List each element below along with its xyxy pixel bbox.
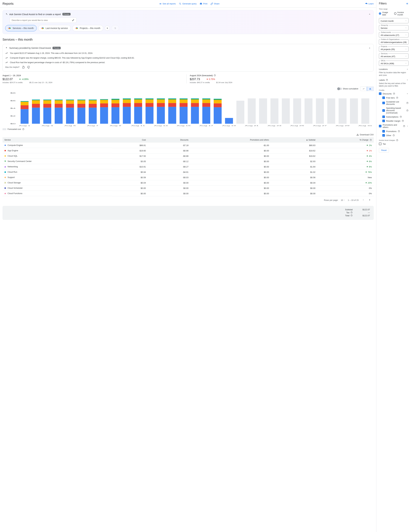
help-icon[interactable] xyxy=(350,211,353,214)
checkbox-reseller[interactable]: Reseller margin xyxy=(382,120,409,122)
table-row[interactable]: Security Command Center$3.05-$0.12$0.00$… xyxy=(2,159,374,164)
line-view-button[interactable] xyxy=(360,87,367,91)
dropdown-icon xyxy=(405,20,407,22)
checkbox-subscriptions[interactable]: Subscriptions xyxy=(382,115,409,118)
help-icon[interactable] xyxy=(22,128,24,130)
chip-overflow[interactable]: S xyxy=(112,25,119,31)
svg-rect-92 xyxy=(179,107,187,124)
chip-projects-this-month[interactable]: Projects – this month xyxy=(72,25,103,31)
col-service[interactable]: Service xyxy=(2,137,112,143)
svg-rect-49 xyxy=(77,100,85,104)
col-discounts[interactable]: Discounts xyxy=(148,137,190,143)
chip-last-invoice[interactable]: Last invoice by service xyxy=(38,25,71,31)
prev-page-button[interactable] xyxy=(361,198,365,202)
svg-rect-108 xyxy=(214,103,222,107)
table-row[interactable]: Support$0.59-$0.03$0.00$0.56New xyxy=(2,175,374,180)
summary-insight: Cloud Run had the largest percentage cha… xyxy=(5,61,371,64)
table-row[interactable]: Networking$10.91-$9.27$0.00$1.646% xyxy=(2,164,374,169)
reset-button[interactable]: Reset xyxy=(379,148,389,152)
help-icon[interactable] xyxy=(400,116,402,118)
share-link[interactable]: Share xyxy=(211,2,220,5)
chevron-up-icon[interactable] xyxy=(406,125,409,127)
thumbs-down-button[interactable] xyxy=(27,66,30,69)
checkbox-promotions-others[interactable]: Promotions and others xyxy=(379,124,409,128)
svg-rect-60 xyxy=(100,99,108,100)
help-icon[interactable] xyxy=(214,74,216,76)
help-icon[interactable] xyxy=(406,102,409,104)
svg-rect-106 xyxy=(202,98,210,99)
labels-expand[interactable]: Labels xyxy=(379,79,409,81)
chip-services-this-month[interactable]: Services – this month xyxy=(5,25,37,31)
help-icon[interactable] xyxy=(396,139,398,141)
locations-expand[interactable]: Locations xyxy=(379,68,409,70)
col-subtotal[interactable]: Subtotal xyxy=(271,137,317,143)
svg-text:Aug 17: Aug 17 xyxy=(199,125,213,126)
services-select[interactable]: Services All services (47) xyxy=(379,54,409,59)
checkbox-sustained[interactable]: Sustained use discounts xyxy=(382,101,409,105)
help-icon[interactable] xyxy=(402,120,404,122)
svg-rect-50 xyxy=(77,100,85,100)
svg-rect-83 xyxy=(157,103,165,107)
help-icon[interactable] xyxy=(403,125,405,127)
generate-query-link[interactable]: Generate query xyxy=(179,2,196,5)
edit-icon[interactable] xyxy=(72,19,75,21)
next-page-button[interactable] xyxy=(368,198,372,202)
help-icon[interactable] xyxy=(350,214,353,217)
collapse-panel-icon[interactable] xyxy=(405,2,409,5)
thumbs-up-button[interactable] xyxy=(22,66,25,69)
table-row[interactable]: Cloud Run$5.94-$4.91$0.00$1.0276% xyxy=(2,169,374,175)
help-icon[interactable] xyxy=(386,79,388,81)
svg-rect-84 xyxy=(157,99,165,103)
folders-select[interactable]: Folders & Organizations All folders/orga… xyxy=(379,39,409,45)
learn-icon xyxy=(365,2,368,5)
chevron-up-icon[interactable] xyxy=(368,47,371,49)
checkbox-free-tiers[interactable]: Free tiers xyxy=(382,96,409,99)
table-row[interactable]: App Engine$19.60-$0.98$0.00$18.621% xyxy=(2,148,374,153)
help-icon[interactable] xyxy=(406,109,409,112)
print-link[interactable]: Print xyxy=(200,2,207,5)
table-row[interactable]: Compute Engine$88.81-$7.18-$1.00$80.632% xyxy=(2,142,374,148)
gemini-input-container[interactable] xyxy=(9,18,76,23)
dropdown-icon xyxy=(405,63,407,64)
svg-rect-116 xyxy=(271,98,279,124)
table-row[interactable]: Cloud Storage$0.04$0.00$0.00$0.0420% xyxy=(2,180,374,185)
learn-link[interactable]: Learn xyxy=(365,2,374,5)
checkbox-spending[interactable]: Spending based discounts (contractual) xyxy=(382,107,409,114)
svg-rect-75 xyxy=(134,99,142,99)
radio-invoice-month[interactable]: Invoice month xyxy=(394,11,409,16)
svg-rect-51 xyxy=(77,99,85,100)
help-icon[interactable] xyxy=(393,93,395,95)
download-csv-button[interactable]: Download CSV xyxy=(2,133,374,136)
checkbox-tax[interactable]: Tax xyxy=(379,142,409,145)
bar-view-button[interactable] xyxy=(367,86,374,91)
gemini-prompt-input[interactable] xyxy=(12,19,72,21)
see-all-reports-link[interactable]: See all reports xyxy=(159,2,176,5)
group-by-select[interactable]: Group by Service xyxy=(379,25,409,30)
subaccounts-select[interactable]: Subaccounts All subaccounts (27) xyxy=(379,32,409,38)
help-icon[interactable] xyxy=(398,130,400,132)
chevron-up-icon[interactable] xyxy=(406,93,409,95)
projects-select[interactable]: Projects All projects (55) xyxy=(379,47,409,52)
radio-usage-date[interactable]: Usage date xyxy=(379,11,391,16)
bar-chart-icon xyxy=(369,88,372,90)
help-icon[interactable] xyxy=(396,97,398,99)
table-row[interactable]: Cloud Functions$0.00$0.00$0.00$0.000% xyxy=(2,191,374,196)
checkbox-other[interactable]: Other xyxy=(382,134,409,137)
chips-next-button[interactable] xyxy=(105,26,110,31)
table-row[interactable]: Cloud SQL$17.50-$0.88$0.00$16.624% xyxy=(2,153,374,159)
page-heading: Reports xyxy=(2,2,14,6)
col-promotions[interactable]: Promotions and others xyxy=(190,137,271,143)
help-icon[interactable] xyxy=(370,139,372,141)
help-icon[interactable] xyxy=(392,134,395,136)
rows-per-page-select[interactable]: 10 xyxy=(341,199,345,201)
checkbox-discounts[interactable]: Discounts xyxy=(379,92,409,95)
col-change[interactable]: % Change xyxy=(317,137,374,143)
col-cost[interactable]: Cost xyxy=(112,137,148,143)
chevron-up-icon[interactable] xyxy=(368,13,371,16)
skus-select[interactable]: SKUs All SKUs (408) xyxy=(379,61,409,66)
table-row[interactable]: Cloud Scheduler$0.00$0.00$0.00$0.000% xyxy=(2,185,374,191)
time-range-select[interactable]: Current month xyxy=(379,18,409,23)
suggestion-chips: Services – this month Last invoice by se… xyxy=(5,25,371,31)
checkbox-promotions[interactable]: Promotions xyxy=(382,130,409,133)
cumulative-toggle[interactable]: Show cumulative xyxy=(337,87,358,90)
